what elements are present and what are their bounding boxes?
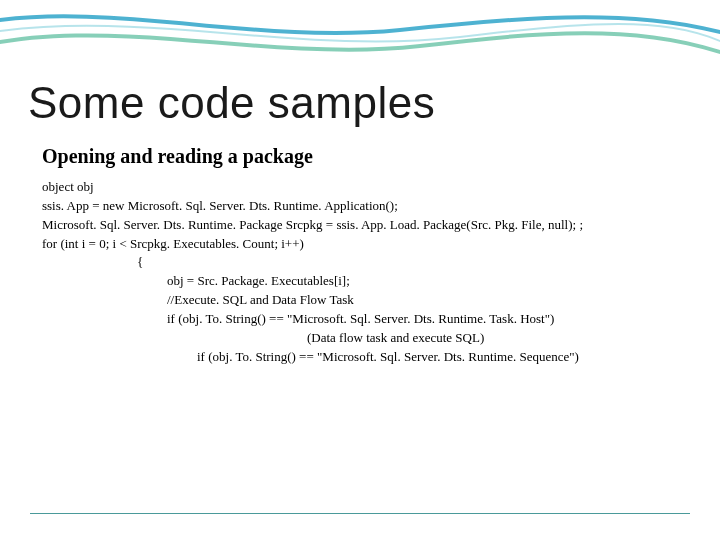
code-line: object obj — [42, 178, 690, 197]
code-line: //Execute. SQL and Data Flow Task — [42, 291, 690, 310]
code-line: (Data flow task and execute SQL) — [42, 329, 690, 348]
code-line: ssis. App = new Microsoft. Sql. Server. … — [42, 197, 690, 216]
code-line: for (int i = 0; i < Srcpkg. Executables.… — [42, 235, 690, 254]
wave-decoration — [0, 0, 720, 90]
slide: Some code samples Opening and reading a … — [0, 0, 720, 540]
code-line: { — [42, 253, 690, 272]
code-line: Microsoft. Sql. Server. Dts. Runtime. Pa… — [42, 216, 690, 235]
section-subtitle: Opening and reading a package — [42, 145, 313, 168]
code-line: if (obj. To. String() == "Microsoft. Sql… — [42, 348, 690, 367]
code-line: if (obj. To. String() == "Microsoft. Sql… — [42, 310, 690, 329]
divider — [30, 513, 690, 514]
page-title: Some code samples — [28, 78, 435, 128]
code-sample: object obj ssis. App = new Microsoft. Sq… — [42, 178, 690, 366]
code-line: obj = Src. Package. Executables[i]; — [42, 272, 690, 291]
